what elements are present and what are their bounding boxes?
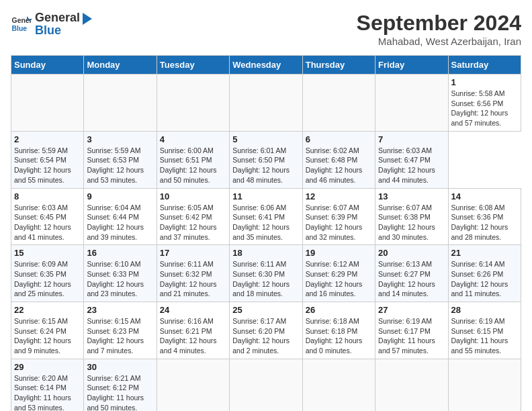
day-detail: Sunrise: 6:10 AMSunset: 6:33 PMDaylight:… bbox=[87, 259, 153, 299]
calendar-cell: 28Sunrise: 6:19 AMSunset: 6:15 PMDayligh… bbox=[448, 302, 521, 359]
day-number: 22 bbox=[14, 305, 81, 315]
svg-text:Blue: Blue bbox=[12, 25, 28, 32]
calendar-cell: 7Sunrise: 6:03 AMSunset: 6:47 PMDaylight… bbox=[375, 131, 448, 188]
calendar-cell: 3Sunrise: 5:59 AMSunset: 6:53 PMDaylight… bbox=[84, 131, 157, 188]
calendar-cell: 12Sunrise: 6:07 AMSunset: 6:39 PMDayligh… bbox=[302, 188, 375, 245]
calendar-cell: 20Sunrise: 6:13 AMSunset: 6:27 PMDayligh… bbox=[375, 245, 448, 302]
title-area: September 2024 Mahabad, West Azerbaijan,… bbox=[357, 11, 521, 47]
logo-icon: General Blue bbox=[11, 13, 32, 35]
calendar-cell bbox=[302, 359, 375, 411]
day-detail: Sunrise: 5:59 AMSunset: 6:53 PMDaylight:… bbox=[87, 146, 153, 185]
calendar-cell: 13Sunrise: 6:07 AMSunset: 6:38 PMDayligh… bbox=[375, 188, 448, 245]
logo-arrow bbox=[81, 11, 93, 26]
calendar-cell: 22Sunrise: 6:15 AMSunset: 6:24 PMDayligh… bbox=[11, 302, 84, 359]
day-number: 20 bbox=[378, 248, 445, 258]
calendar-cell bbox=[157, 359, 229, 411]
day-detail: Sunrise: 6:17 AMSunset: 6:20 PMDaylight:… bbox=[232, 316, 299, 356]
calendar: SundayMondayTuesdayWednesdayThursdayFrid… bbox=[11, 55, 521, 411]
location-title: Mahabad, West Azerbaijan, Iran bbox=[357, 36, 521, 47]
weekday-thursday: Thursday bbox=[302, 56, 375, 75]
week-row-1: 1Sunrise: 5:58 AMSunset: 6:56 PMDaylight… bbox=[11, 75, 521, 132]
calendar-body: 1Sunrise: 5:58 AMSunset: 6:56 PMDaylight… bbox=[11, 75, 521, 412]
day-detail: Sunrise: 6:20 AMSunset: 6:14 PMDaylight:… bbox=[14, 373, 81, 411]
calendar-cell bbox=[230, 359, 302, 411]
calendar-cell: 30Sunrise: 6:21 AMSunset: 6:12 PMDayligh… bbox=[84, 359, 157, 411]
day-number: 23 bbox=[87, 305, 153, 315]
svg-marker-3 bbox=[83, 13, 92, 25]
day-number: 8 bbox=[14, 191, 81, 201]
week-row-2: 2Sunrise: 5:59 AMSunset: 6:54 PMDaylight… bbox=[11, 131, 521, 188]
weekday-wednesday: Wednesday bbox=[230, 56, 302, 75]
calendar-cell bbox=[230, 75, 302, 132]
day-detail: Sunrise: 6:05 AMSunset: 6:42 PMDaylight:… bbox=[160, 203, 226, 242]
calendar-cell: 8Sunrise: 6:03 AMSunset: 6:45 PMDaylight… bbox=[11, 188, 84, 245]
day-detail: Sunrise: 6:15 AMSunset: 6:23 PMDaylight:… bbox=[87, 316, 153, 356]
day-detail: Sunrise: 6:18 AMSunset: 6:18 PMDaylight:… bbox=[306, 316, 372, 356]
calendar-cell bbox=[375, 75, 448, 132]
day-detail: Sunrise: 6:07 AMSunset: 6:39 PMDaylight:… bbox=[306, 203, 372, 242]
calendar-cell bbox=[448, 359, 521, 411]
day-detail: Sunrise: 6:11 AMSunset: 6:30 PMDaylight:… bbox=[232, 259, 299, 299]
day-number: 17 bbox=[160, 248, 226, 258]
day-detail: Sunrise: 6:09 AMSunset: 6:35 PMDaylight:… bbox=[14, 259, 81, 299]
calendar-cell: 1Sunrise: 5:58 AMSunset: 6:56 PMDaylight… bbox=[448, 75, 521, 132]
day-number: 11 bbox=[232, 191, 299, 201]
calendar-cell bbox=[375, 359, 448, 411]
calendar-cell: 5Sunrise: 6:01 AMSunset: 6:50 PMDaylight… bbox=[230, 131, 302, 188]
calendar-cell: 19Sunrise: 6:12 AMSunset: 6:29 PMDayligh… bbox=[302, 245, 375, 302]
day-number: 14 bbox=[451, 191, 518, 201]
day-number: 2 bbox=[14, 134, 81, 144]
day-detail: Sunrise: 6:11 AMSunset: 6:32 PMDaylight:… bbox=[160, 259, 226, 299]
day-detail: Sunrise: 6:19 AMSunset: 6:15 PMDaylight:… bbox=[451, 316, 518, 356]
calendar-cell: 16Sunrise: 6:10 AMSunset: 6:33 PMDayligh… bbox=[84, 245, 157, 302]
day-number: 16 bbox=[87, 248, 153, 258]
week-row-3: 8Sunrise: 6:03 AMSunset: 6:45 PMDaylight… bbox=[11, 188, 521, 245]
calendar-cell: 2Sunrise: 5:59 AMSunset: 6:54 PMDaylight… bbox=[11, 131, 84, 188]
day-number: 1 bbox=[451, 77, 518, 87]
day-detail: Sunrise: 6:06 AMSunset: 6:41 PMDaylight:… bbox=[232, 203, 299, 242]
calendar-cell: 6Sunrise: 6:02 AMSunset: 6:48 PMDaylight… bbox=[302, 131, 375, 188]
day-number: 4 bbox=[160, 134, 226, 144]
day-detail: Sunrise: 6:16 AMSunset: 6:21 PMDaylight:… bbox=[160, 316, 226, 356]
calendar-cell: 23Sunrise: 6:15 AMSunset: 6:23 PMDayligh… bbox=[84, 302, 157, 359]
calendar-cell: 11Sunrise: 6:06 AMSunset: 6:41 PMDayligh… bbox=[230, 188, 302, 245]
day-number: 5 bbox=[232, 134, 299, 144]
svg-text:General: General bbox=[12, 17, 32, 24]
day-detail: Sunrise: 6:03 AMSunset: 6:47 PMDaylight:… bbox=[378, 146, 445, 185]
weekday-tuesday: Tuesday bbox=[157, 56, 229, 75]
day-number: 26 bbox=[306, 305, 372, 315]
day-detail: Sunrise: 6:12 AMSunset: 6:29 PMDaylight:… bbox=[306, 259, 372, 299]
calendar-cell: 17Sunrise: 6:11 AMSunset: 6:32 PMDayligh… bbox=[157, 245, 229, 302]
weekday-header-row: SundayMondayTuesdayWednesdayThursdayFrid… bbox=[11, 56, 521, 75]
day-number: 15 bbox=[14, 248, 81, 258]
day-number: 19 bbox=[306, 248, 372, 258]
month-title: September 2024 bbox=[357, 11, 521, 36]
day-detail: Sunrise: 6:07 AMSunset: 6:38 PMDaylight:… bbox=[378, 203, 445, 242]
calendar-cell: 18Sunrise: 6:11 AMSunset: 6:30 PMDayligh… bbox=[230, 245, 302, 302]
calendar-cell: 24Sunrise: 6:16 AMSunset: 6:21 PMDayligh… bbox=[157, 302, 229, 359]
day-number: 13 bbox=[378, 191, 445, 201]
day-detail: Sunrise: 6:15 AMSunset: 6:24 PMDaylight:… bbox=[14, 316, 81, 356]
day-number: 10 bbox=[160, 191, 226, 201]
calendar-cell: 15Sunrise: 6:09 AMSunset: 6:35 PMDayligh… bbox=[11, 245, 84, 302]
day-number: 29 bbox=[14, 362, 81, 372]
calendar-cell: 4Sunrise: 6:00 AMSunset: 6:51 PMDaylight… bbox=[157, 131, 229, 188]
day-detail: Sunrise: 6:13 AMSunset: 6:27 PMDaylight:… bbox=[378, 259, 445, 299]
day-detail: Sunrise: 6:00 AMSunset: 6:51 PMDaylight:… bbox=[160, 146, 226, 185]
day-number: 28 bbox=[451, 305, 518, 315]
day-number: 30 bbox=[87, 362, 153, 372]
week-row-5: 22Sunrise: 6:15 AMSunset: 6:24 PMDayligh… bbox=[11, 302, 521, 359]
day-detail: Sunrise: 6:02 AMSunset: 6:48 PMDaylight:… bbox=[306, 146, 372, 185]
weekday-saturday: Saturday bbox=[448, 56, 521, 75]
day-number: 18 bbox=[232, 248, 299, 258]
week-row-6: 29Sunrise: 6:20 AMSunset: 6:14 PMDayligh… bbox=[11, 359, 521, 411]
day-detail: Sunrise: 6:08 AMSunset: 6:36 PMDaylight:… bbox=[451, 203, 518, 242]
day-detail: Sunrise: 6:01 AMSunset: 6:50 PMDaylight:… bbox=[232, 146, 299, 185]
calendar-cell: 25Sunrise: 6:17 AMSunset: 6:20 PMDayligh… bbox=[230, 302, 302, 359]
day-number: 3 bbox=[87, 134, 153, 144]
weekday-friday: Friday bbox=[375, 56, 448, 75]
weekday-sunday: Sunday bbox=[11, 56, 84, 75]
week-row-4: 15Sunrise: 6:09 AMSunset: 6:35 PMDayligh… bbox=[11, 245, 521, 302]
day-detail: Sunrise: 6:04 AMSunset: 6:44 PMDaylight:… bbox=[87, 203, 153, 242]
calendar-cell: 10Sunrise: 6:05 AMSunset: 6:42 PMDayligh… bbox=[157, 188, 229, 245]
